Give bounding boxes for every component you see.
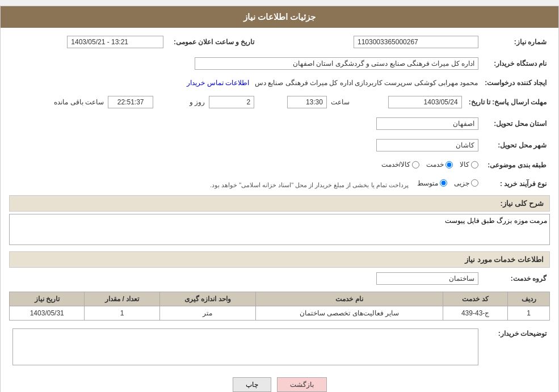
back-button[interactable]: بازگشت (277, 377, 327, 392)
creator-contact-link[interactable]: اطلاعات تماس خریدار (187, 79, 249, 87)
response-date: 1403/05/24 (388, 96, 462, 108)
response-time: 13:30 (287, 96, 327, 108)
process-jozi-radio[interactable] (471, 179, 478, 187)
category-kala: کالا (460, 161, 478, 168)
city-label: شهر محل تحویل: (482, 137, 550, 154)
category-kala-khedmat-label: کالا/خدمت (381, 161, 410, 168)
table-cell-code: ج-43-439 (443, 306, 508, 321)
table-header-unit: واحد اندازه گیری (159, 292, 256, 306)
service-group-value: ساختمان (376, 272, 478, 285)
category-label: طبقه بندی موضوعی: (482, 158, 550, 172)
province-label: استان محل تحویل: (482, 115, 550, 132)
announce-date-label: تاریخ و ساعت اعلان عمومی: (167, 33, 258, 50)
announce-date-value: 1403/05/21 - 13:21 (67, 36, 163, 48)
process-motvaset-radio[interactable] (440, 179, 447, 187)
need-number-label: شماره نیاز: (482, 33, 550, 50)
table-cell-name: سایر فعالیت‌های تخصصی ساختمان (256, 306, 443, 321)
table-cell-row: 1 (508, 306, 550, 321)
need-description-textarea[interactable] (9, 214, 550, 245)
category-kala-label: کالا (460, 161, 469, 168)
services-section-label: اطلاعات خدمات مورد نیاز (9, 251, 550, 268)
table-header-name: نام خدمت (256, 292, 443, 306)
need-description-section-label: شرح کلی نیاز: (9, 195, 550, 212)
creator-label: ایجاد کننده درخواست: (481, 77, 550, 89)
table-header-date: تاریخ نیاز (10, 292, 85, 306)
province-value: اصفهان (376, 117, 478, 130)
buyer-org-label: نام دستگاه خریدار: (482, 55, 550, 72)
city-value: کاشان (376, 139, 478, 151)
buyer-notes-label: توضیحات خریدار: (482, 326, 550, 369)
response-days: 2 (209, 96, 254, 108)
category-khedmat: خدمت (426, 161, 453, 168)
creator-value: محمود مهرابی کوشکی سرپرست کاربردازی ادار… (255, 79, 478, 87)
response-remaining: 22:51:37 (108, 96, 153, 108)
table-header-row: ردیف (508, 292, 550, 306)
response-days-label: روز و (190, 98, 205, 106)
process-motvaset-label: متوسط (417, 179, 438, 187)
service-group-label: گروه خدمت: (482, 270, 550, 287)
response-time-label: ساعت (331, 98, 350, 106)
page-title: جزئیات اطلاعات نیاز (1, 6, 558, 28)
process-motvaset: متوسط (417, 179, 447, 187)
category-kala-radio[interactable] (471, 161, 478, 168)
buyer-notes-textarea[interactable] (12, 328, 478, 365)
category-kala-khedmat-radio[interactable] (412, 161, 419, 168)
table-header-code: کد خدمت (443, 292, 508, 306)
response-remaining-label: ساعت باقی مانده (54, 98, 104, 106)
print-button[interactable]: چاپ (233, 377, 271, 392)
process-note: پرداخت تمام یا بخشی از مبلغ خریدار از مح… (210, 181, 409, 188)
need-number-value: 1103003365000267 (354, 36, 478, 48)
category-khedmat-label: خدمت (426, 161, 444, 168)
process-jozi: جزیی (454, 179, 478, 187)
table-header-qty: تعداد / مقدار (85, 292, 159, 306)
table-cell-unit: متر (159, 306, 256, 321)
process-label: نوع فرآیند خرید : (482, 177, 550, 191)
response-deadline-label: مهلت ارسال پاسخ: تا تاریخ: (465, 94, 550, 111)
process-jozi-label: جزیی (454, 179, 469, 187)
table-cell-qty: 1 (85, 306, 159, 321)
category-khedmat-radio[interactable] (445, 161, 453, 168)
table-cell-date: 1403/05/31 (10, 306, 85, 321)
table-row: 1 ج-43-439 سایر فعالیت‌های تخصصی ساختمان… (10, 306, 550, 321)
category-kala-khedmat: کالا/خدمت (381, 161, 419, 168)
buyer-org-value: اداره کل میراث فرهنگی صنایع دستی و گردشگ… (195, 57, 478, 70)
